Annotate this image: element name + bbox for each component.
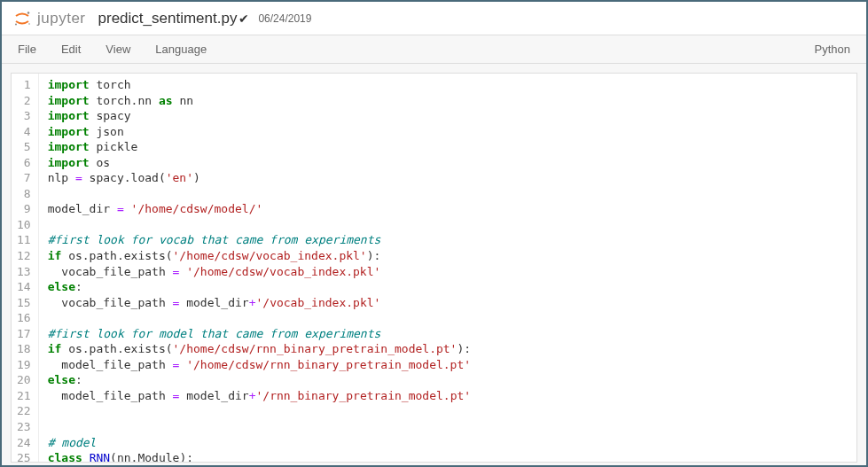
line-number: 18	[17, 341, 31, 357]
line-number: 24	[17, 435, 31, 451]
code-line[interactable]	[48, 217, 848, 233]
code-line[interactable]: import pickle	[48, 139, 848, 155]
line-number: 4	[17, 124, 31, 140]
code-line[interactable]: if os.path.exists('/home/cdsw/rnn_binary…	[48, 341, 848, 357]
jupyter-logo[interactable]: jupyter	[12, 9, 86, 28]
code-line[interactable]: # model	[48, 435, 848, 451]
line-number: 14	[17, 279, 31, 295]
line-number: 19	[17, 357, 31, 373]
menubar: File Edit View Language Python	[2, 35, 866, 64]
code-line[interactable]: vocab_file_path = '/home/cdsw/vocab_inde…	[48, 264, 848, 280]
code-line[interactable]: import json	[48, 124, 848, 140]
line-number: 11	[17, 232, 31, 248]
code-line[interactable]: model_dir = '/home/cdsw/model/'	[48, 201, 848, 217]
jupyter-icon	[12, 9, 32, 28]
line-number: 22	[17, 403, 31, 419]
code-line[interactable]: import os	[48, 155, 848, 171]
line-number: 3	[17, 108, 31, 124]
last-saved-date: 06/24/2019	[258, 12, 311, 25]
line-number: 13	[17, 264, 31, 280]
code-line[interactable]	[48, 310, 848, 326]
line-number: 8	[17, 186, 31, 202]
code-line[interactable]	[48, 419, 848, 435]
svg-point-1	[27, 12, 30, 14]
menu-file[interactable]: File	[18, 43, 36, 56]
line-number: 1	[17, 77, 31, 93]
code-line[interactable]: else:	[48, 279, 848, 295]
code-line[interactable]: else:	[48, 372, 848, 388]
line-number: 2	[17, 93, 31, 109]
line-number: 9	[17, 201, 31, 217]
line-number: 5	[17, 139, 31, 155]
code-line[interactable]: import torch	[48, 77, 848, 93]
code-line[interactable]: import torch.nn as nn	[48, 93, 848, 109]
code-line[interactable]	[48, 186, 848, 202]
code-line[interactable]: #first look for model that came from exp…	[48, 326, 848, 342]
line-number: 12	[17, 248, 31, 264]
code-line[interactable]: model_file_path = model_dir+'/rnn_binary…	[48, 388, 848, 404]
kernel-indicator[interactable]: Python	[815, 43, 850, 56]
code-line[interactable]: model_file_path = '/home/cdsw/rnn_binary…	[48, 357, 848, 373]
menu-view[interactable]: View	[106, 43, 130, 56]
code-line[interactable]: vocab_file_path = model_dir+'/vocab_inde…	[48, 295, 848, 311]
line-number: 17	[17, 326, 31, 342]
code-line[interactable]: nlp = spacy.load('en')	[48, 170, 848, 186]
line-number: 7	[17, 170, 31, 186]
code-content[interactable]: import torchimport torch.nn as nnimport …	[39, 74, 856, 462]
line-number: 21	[17, 388, 31, 404]
code-line[interactable]: class RNN(nn.Module):	[48, 450, 848, 463]
line-number: 20	[17, 372, 31, 388]
menu-language[interactable]: Language	[155, 43, 207, 56]
filename[interactable]: predict_sentiment.py	[98, 10, 238, 27]
line-number: 25	[17, 450, 31, 463]
code-line[interactable]: if os.path.exists('/home/cdsw/vocab_inde…	[48, 248, 848, 264]
line-number: 16	[17, 310, 31, 326]
line-number: 23	[17, 419, 31, 435]
editor: 1234567891011121314151617181920212223242…	[11, 73, 857, 463]
saved-check-icon: ✔	[239, 12, 249, 26]
code-line[interactable]	[48, 403, 848, 419]
jupyter-logo-text: jupyter	[37, 10, 86, 27]
code-line[interactable]: import spacy	[48, 108, 848, 124]
line-number: 6	[17, 155, 31, 171]
code-area[interactable]: 1234567891011121314151617181920212223242…	[12, 74, 856, 462]
line-gutter: 1234567891011121314151617181920212223242…	[12, 74, 39, 462]
svg-point-3	[28, 23, 30, 25]
line-number: 15	[17, 295, 31, 311]
code-line[interactable]: #first look for vocab that came from exp…	[48, 232, 848, 248]
header: jupyter predict_sentiment.py ✔ 06/24/201…	[2, 2, 866, 35]
menu-edit[interactable]: Edit	[61, 43, 81, 56]
svg-point-2	[15, 23, 17, 25]
line-number: 10	[17, 217, 31, 233]
